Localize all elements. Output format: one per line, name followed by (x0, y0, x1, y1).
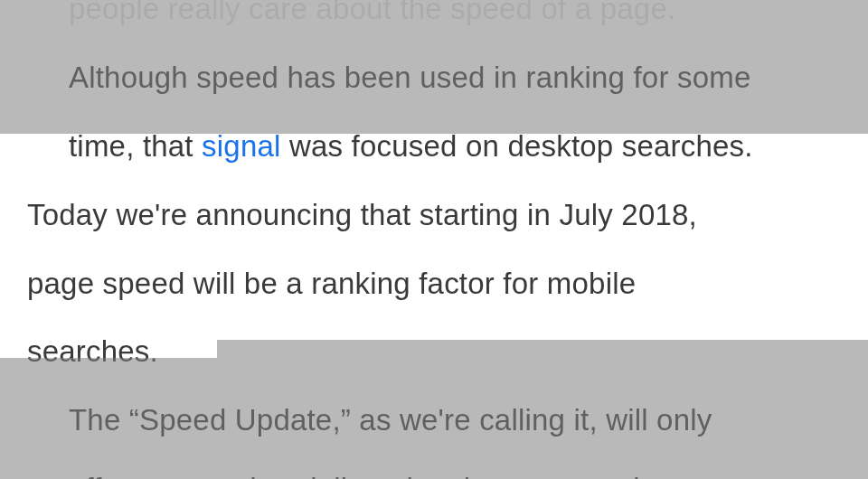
text-line-1: Although speed has been used in ranking … (27, 43, 841, 112)
text-segment: Although speed has been (69, 61, 420, 94)
article-text: people really care about the speed of a … (0, 0, 868, 479)
cut-off-line: people really care about the speed of a … (27, 0, 841, 43)
text-line-7: affect pages that deliver the slowest ex… (27, 455, 841, 479)
signal-link[interactable]: signal (202, 129, 280, 163)
text-segment: was focused on desktop searches. (281, 129, 753, 163)
highlight-line-2: page speed will be a ranking factor for … (27, 249, 841, 318)
text-line-2: time, that signal was focused on desktop… (27, 112, 841, 181)
text-segment: in ranking for some (486, 61, 751, 94)
highlight-line-1: Today we're announcing that starting in … (27, 181, 841, 249)
text-segment: used (420, 61, 485, 94)
text-segment: time, that (69, 129, 202, 163)
text-line-6: The “Speed Update,” as we're calling it,… (27, 386, 841, 455)
highlight-line-3: searches. (27, 317, 841, 386)
